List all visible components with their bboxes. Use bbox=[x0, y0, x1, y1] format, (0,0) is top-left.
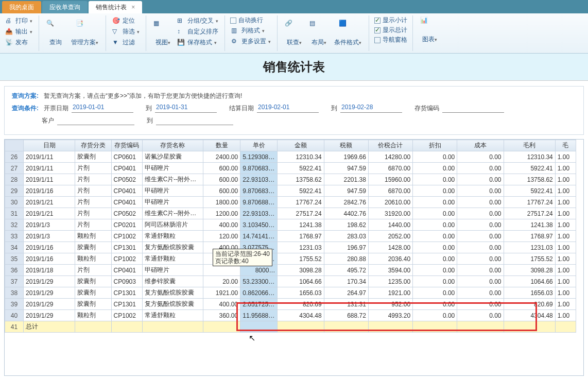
link-button[interactable]: 🔗联查▾ bbox=[282, 19, 306, 48]
scheme-label: 查询方案: bbox=[12, 92, 39, 100]
query-panel: 查询方案: 暂无查询方案，请点击“更多>>”添加，有助于您更加方便快捷的进行查询… bbox=[4, 86, 584, 135]
view-button[interactable]: ▦视图▾ bbox=[150, 15, 175, 51]
table-row[interactable]: 302019/1/21片剂CP0401甲硝唑片1800.009.8706888…… bbox=[5, 197, 576, 208]
gear-icon: ⚙ bbox=[231, 38, 239, 46]
more-settings-button[interactable]: ⚙更多设置▾ bbox=[229, 36, 273, 47]
manage-scheme-button[interactable]: 📑管理方案▾ bbox=[68, 19, 101, 48]
col-header[interactable]: 单价 bbox=[240, 140, 278, 151]
table-row[interactable]: 372019/1/29胶囊剂CP0903维参锌胶囊20.0053.233000…… bbox=[5, 276, 576, 287]
invoice-to-input[interactable]: 2019-01-31 bbox=[155, 104, 217, 113]
link-icon: 🔗 bbox=[285, 20, 303, 38]
grid-icon: ▦ bbox=[153, 20, 172, 38]
query-button[interactable]: 🔍查询 bbox=[43, 19, 68, 48]
table-row[interactable]: 272019/1/11片剂CP0401甲硝唑片600.009.8706833…5… bbox=[5, 163, 576, 174]
export-button[interactable]: 📤输出▾ bbox=[3, 26, 34, 37]
layout-button[interactable]: ▤布局▾ bbox=[306, 19, 331, 48]
col-header[interactable]: 毛 bbox=[555, 140, 576, 151]
scheme-hint: 暂无查询方案，请点击“更多>>”添加，有助于您更加方便快捷的进行查询! bbox=[44, 92, 242, 100]
cond-format-button[interactable]: 🟦条件格式▾ bbox=[331, 19, 365, 48]
filter2-button[interactable]: ▼过滤 bbox=[110, 37, 142, 48]
table-row[interactable]: 262019/1/11胶囊剂CP0601诺氟沙星胶囊2400.005.12930… bbox=[5, 151, 576, 163]
col-format-button[interactable]: ▥列格式▾ bbox=[229, 25, 273, 36]
filter-button[interactable]: ▽筛选▾ bbox=[110, 26, 142, 37]
cursor-icon: ↖ bbox=[249, 333, 255, 343]
checkbox-icon bbox=[374, 27, 381, 33]
settle-to-input[interactable]: 2019-02-28 bbox=[340, 104, 402, 113]
show-total-checkbox[interactable]: 显示总计 bbox=[373, 25, 408, 35]
col-header[interactable]: 折扣 bbox=[413, 140, 457, 151]
show-detail-checkbox[interactable]: 显示小计 bbox=[373, 15, 408, 25]
filter-icon: ▼ bbox=[112, 39, 120, 47]
auto-wrap-checkbox[interactable]: 自动换行 bbox=[229, 15, 273, 25]
table-row[interactable]: 322019/1/3片剂CP0201阿司匹林肠溶片400.003.1034500… bbox=[5, 219, 576, 231]
table-row[interactable]: 362019/1/18片剂CP0401甲硝唑片8000…3098.28495.7… bbox=[5, 265, 576, 276]
stock-code-input[interactable] bbox=[442, 104, 504, 113]
col-header[interactable]: 金额 bbox=[278, 140, 324, 151]
table-row[interactable]: 402019/1/29颗粒剂CP1002常通舒颗粒360.0011.956888… bbox=[5, 310, 576, 321]
printer-icon: 🖨 bbox=[5, 17, 13, 25]
custom-sort-button[interactable]: ↕自定义排序 bbox=[175, 26, 220, 37]
sort-icon: ↕ bbox=[177, 28, 185, 36]
col-header[interactable]: 数量 bbox=[203, 140, 240, 151]
col-header[interactable]: 存货分类 bbox=[75, 140, 111, 151]
customer-input[interactable] bbox=[57, 116, 134, 125]
search-icon: 🔍 bbox=[46, 20, 65, 38]
scheme-icon: 📑 bbox=[76, 20, 94, 38]
customer-to-input[interactable] bbox=[156, 116, 233, 125]
data-grid[interactable]: 日期存货分类存货编码存货名称数量单价金额税额价税合计折扣成本毛利毛 262019… bbox=[4, 139, 584, 376]
paging-tooltip: 当前记录范围:26-40 页记录数:40 bbox=[213, 249, 272, 266]
table-row[interactable]: 292019/1/16片剂CP0401甲硝唑片600.009.8706833…5… bbox=[5, 185, 576, 197]
checkbox-icon bbox=[230, 18, 236, 24]
tab-bar: 我的桌面 应收单查询 销售统计表 × bbox=[0, 0, 588, 13]
save-format-button[interactable]: 💾保存格式▾ bbox=[175, 37, 220, 48]
ribbon: 🖨打印▾ 📤输出▾ 📡发布 🔍查询 📑管理方案▾ 🎯定位 ▽筛选▾ ▼过滤 ▦视… bbox=[0, 13, 588, 54]
nav-pane-checkbox[interactable]: 导航窗格 bbox=[373, 35, 408, 45]
table-row[interactable]: 282019/1/11片剂CP0502维生素C片--附外…600.0022.93… bbox=[5, 174, 576, 185]
tab-sales-stats[interactable]: 销售统计表 × bbox=[89, 1, 142, 13]
table-row[interactable]: 332019/1/3颗粒剂CP1002常通舒颗粒120.0014.741416…… bbox=[5, 231, 576, 242]
group-button[interactable]: ⊞分组/交叉▾ bbox=[175, 15, 220, 26]
page-title: 销售统计表 bbox=[0, 54, 588, 81]
close-icon[interactable]: × bbox=[131, 4, 135, 11]
tab-receivable[interactable]: 应收单查询 bbox=[42, 1, 88, 13]
cond-icon: 🟦 bbox=[339, 20, 357, 38]
table-row[interactable]: 392019/1/29胶囊剂CP1301复方氨酚烷胺胶囊400.002.0517… bbox=[5, 299, 576, 310]
tab-desktop[interactable]: 我的桌面 bbox=[2, 1, 41, 13]
locate-icon: 🎯 bbox=[112, 17, 120, 25]
col-header[interactable]: 成本 bbox=[457, 140, 504, 151]
group-icon: ⊞ bbox=[177, 17, 185, 25]
col-header[interactable]: 毛利 bbox=[504, 140, 555, 151]
col-header[interactable]: 存货名称 bbox=[142, 140, 203, 151]
invoice-from-input[interactable]: 2019-01-01 bbox=[72, 104, 133, 113]
export-icon: 📤 bbox=[5, 28, 13, 36]
table-row[interactable]: 382019/1/29胶囊剂CP1301复方氨酚烷胺胶囊1921.000.862… bbox=[5, 287, 576, 299]
chart-icon: 📊 bbox=[420, 16, 439, 35]
col-header[interactable]: 价税合计 bbox=[368, 140, 412, 151]
cond-label: 查询条件: bbox=[12, 104, 39, 113]
col-header[interactable]: 存货编码 bbox=[111, 140, 142, 151]
table-header: 日期存货分类存货编码存货名称数量单价金额税额价税合计折扣成本毛利毛 bbox=[5, 140, 576, 151]
print-button[interactable]: 🖨打印▾ bbox=[3, 15, 34, 26]
chart-button[interactable]: 📊图表▾ bbox=[417, 15, 442, 45]
publish-icon: 📡 bbox=[5, 39, 13, 47]
tab-label: 销售统计表 bbox=[96, 4, 127, 11]
col-header[interactable]: 税额 bbox=[324, 140, 368, 151]
settle-from-input[interactable]: 2019-02-01 bbox=[257, 104, 319, 113]
table-row[interactable]: 342019/1/16胶囊剂CP1301复方氨酚烷胺胶囊400.003.0775… bbox=[5, 242, 576, 253]
table-row[interactable]: 312019/1/21片剂CP0502维生素C片--附外…1200.0022.9… bbox=[5, 208, 576, 219]
checkbox-icon bbox=[374, 18, 381, 24]
funnel-icon: ▽ bbox=[112, 28, 120, 36]
table-row[interactable]: 352019/1/16颗粒剂CP1002常通舒颗粒120.0014.629333… bbox=[5, 253, 576, 265]
column-icon: ▥ bbox=[231, 27, 239, 35]
save-icon: 💾 bbox=[177, 39, 185, 47]
publish-button[interactable]: 📡发布 bbox=[3, 37, 34, 48]
checkbox-icon bbox=[374, 37, 381, 43]
locate-button[interactable]: 🎯定位 bbox=[110, 15, 142, 26]
total-row[interactable]: 41总计 bbox=[5, 321, 576, 333]
layout-icon: ▤ bbox=[309, 20, 328, 38]
col-header[interactable]: 日期 bbox=[24, 140, 75, 151]
